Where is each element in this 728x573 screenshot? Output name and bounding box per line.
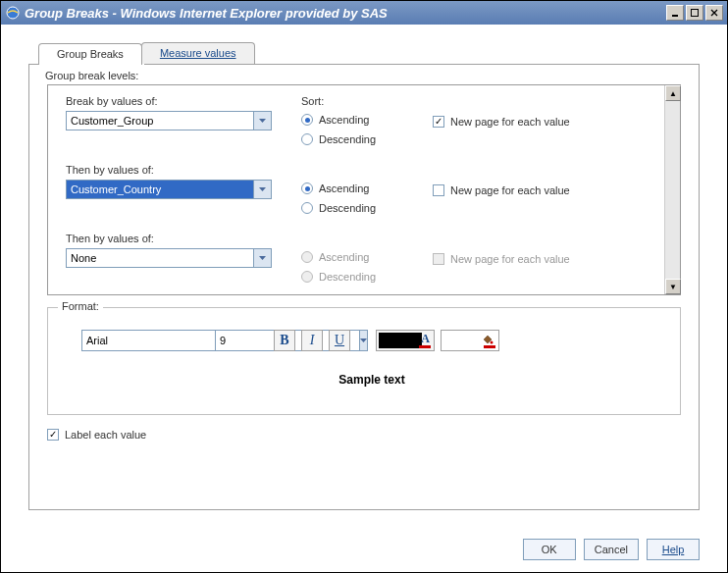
break-row-top-1: Break by values of: Sort: Ascending Desc… xyxy=(66,95,656,150)
svg-rect-1 xyxy=(672,15,678,17)
window-controls xyxy=(666,5,723,21)
window: Group Breaks - Windows Internet Explorer… xyxy=(0,0,728,573)
sort-asc-2[interactable]: Ascending xyxy=(301,180,429,197)
cancel-button[interactable]: Cancel xyxy=(584,539,639,560)
text-color-swatch xyxy=(379,333,422,348)
bold-button[interactable]: B xyxy=(274,330,295,351)
dropdown-icon[interactable] xyxy=(254,180,272,199)
tab-group-breaks[interactable]: Group Breaks xyxy=(38,43,142,65)
sort-desc-1[interactable]: Descending xyxy=(301,130,429,148)
label-each-text: Label each value xyxy=(65,429,146,441)
break-by-input-2[interactable] xyxy=(66,180,254,199)
checkbox-icon xyxy=(47,429,59,441)
break-row-top-3: Then by values of: . Ascending Descendin… xyxy=(66,233,656,287)
break-by-select-1[interactable] xyxy=(66,111,272,130)
sort-desc-3: Descending xyxy=(301,268,429,286)
dropdown-icon[interactable] xyxy=(254,248,272,268)
dropdown-icon[interactable] xyxy=(360,330,368,351)
then-by-label-2: Then by values of: xyxy=(66,164,272,176)
format-panel: Format: B I U xyxy=(47,307,681,415)
footer-buttons: OK Cancel Help xyxy=(523,539,700,560)
scroll-up-button[interactable]: ▲ xyxy=(665,85,681,101)
then-by-label-3: Then by values of: xyxy=(66,233,272,244)
radio-icon xyxy=(301,202,313,214)
sort-asc-1[interactable]: Ascending xyxy=(301,111,429,129)
break-row-3: Then by values of: . Ascending Descendin… xyxy=(66,233,656,287)
tab-measure-values[interactable]: Measure values xyxy=(141,42,255,64)
svg-rect-2 xyxy=(692,10,699,17)
tab-bar: Group Breaks Measure values xyxy=(38,42,700,64)
checkbox-icon xyxy=(433,116,444,128)
text-color-letter-icon: A xyxy=(421,332,430,346)
sample-text: Sample text xyxy=(81,373,662,387)
break-by-select-2[interactable] xyxy=(66,180,272,199)
break-row-top-2: Then by values of: . Ascending Descendin… xyxy=(66,164,656,219)
font-select[interactable] xyxy=(81,330,209,351)
checkbox-icon xyxy=(433,184,444,196)
break-by-select-3[interactable] xyxy=(66,248,272,268)
tab-panel: Group break levels: ▲ ▼ Break by values … xyxy=(28,64,700,510)
color-underline xyxy=(484,345,495,348)
bg-color-button[interactable] xyxy=(441,330,499,351)
titlebar: Group Breaks - Windows Internet Explorer… xyxy=(1,1,727,25)
ie-icon xyxy=(5,5,21,21)
text-color-button[interactable]: A xyxy=(376,330,435,351)
group-levels-label: Group break levels: xyxy=(39,64,144,85)
sort-desc-2[interactable]: Descending xyxy=(301,199,429,217)
newpage-3: New page for each value xyxy=(433,250,570,268)
break-by-input-1[interactable] xyxy=(66,111,254,130)
minimize-button[interactable] xyxy=(666,5,684,21)
sort-asc-3: Ascending xyxy=(301,248,429,266)
window-title: Group Breaks - Windows Internet Explorer… xyxy=(25,6,666,21)
maximize-button[interactable] xyxy=(686,5,703,21)
format-row: B I U A xyxy=(81,330,662,351)
radio-icon xyxy=(301,114,313,126)
radio-icon xyxy=(301,271,313,283)
break-row-2: Then by values of: . Ascending Descendin… xyxy=(66,164,656,219)
radio-icon xyxy=(301,251,313,263)
underline-button[interactable]: U xyxy=(329,330,350,351)
sort-label-1: Sort: xyxy=(301,95,429,107)
scrollbar[interactable]: ▲ ▼ xyxy=(664,85,680,294)
color-underline xyxy=(419,345,431,348)
newpage-2[interactable]: New page for each value xyxy=(433,182,570,199)
svg-point-3 xyxy=(491,341,494,344)
help-button[interactable]: Help xyxy=(647,539,700,560)
dropdown-icon[interactable] xyxy=(254,111,272,130)
close-button[interactable] xyxy=(705,5,723,21)
radio-icon xyxy=(301,133,313,145)
italic-button[interactable]: I xyxy=(301,330,323,351)
size-select[interactable] xyxy=(215,330,256,351)
break-by-input-3[interactable] xyxy=(66,248,254,268)
newpage-1[interactable]: New page for each value xyxy=(433,113,570,130)
checkbox-icon xyxy=(433,253,444,265)
group-content: Break by values of: Sort: Ascending Desc… xyxy=(48,85,680,294)
font-input[interactable] xyxy=(81,330,227,351)
radio-icon xyxy=(301,182,313,194)
ok-button[interactable]: OK xyxy=(523,539,576,560)
break-row-1: Break by values of: Sort: Ascending Desc… xyxy=(66,95,656,150)
scroll-down-button[interactable]: ▼ xyxy=(665,279,681,294)
label-each-checkbox[interactable]: Label each value xyxy=(47,429,699,441)
format-label: Format: xyxy=(58,300,103,312)
group-break-levels-panel: ▲ ▼ Break by values of: xyxy=(47,84,681,295)
content: Group Breaks Measure values Group break … xyxy=(1,25,727,572)
break-by-label: Break by values of: xyxy=(66,95,272,107)
